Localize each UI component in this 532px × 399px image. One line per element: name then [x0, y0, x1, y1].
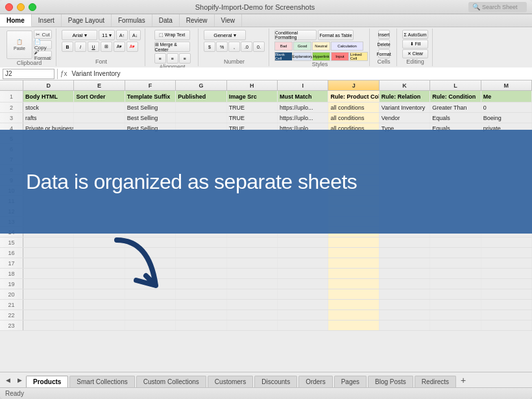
cell-r2-c1[interactable]	[74, 103, 125, 112]
cell-r3-c3[interactable]	[176, 113, 226, 123]
cell-r21-c1[interactable]	[74, 300, 125, 309]
font-size-increase[interactable]: A↑	[116, 30, 128, 40]
align-right[interactable]: ≡	[179, 53, 191, 64]
cell-r3-c1[interactable]	[74, 113, 125, 123]
font-family-dropdown[interactable]: Arial ▾	[62, 30, 97, 40]
cell-r20-c3[interactable]	[176, 289, 226, 299]
calculation-style[interactable]: Calculation	[331, 42, 363, 51]
cell-r20-c6[interactable]	[328, 289, 379, 299]
cell-r21-c9[interactable]	[481, 300, 532, 309]
cell-r22-c3[interactable]	[176, 310, 226, 320]
cell-r17-c7[interactable]	[380, 258, 430, 268]
cell-r16-c9[interactable]	[481, 248, 532, 258]
cell-r21-c2[interactable]	[125, 300, 176, 309]
sheet-tab-blog-posts[interactable]: Blog Posts	[368, 376, 413, 387]
col-header-j[interactable]: J	[328, 80, 379, 90]
linked-cell-style[interactable]: Linked Cell	[350, 52, 368, 61]
cell-r15-c4[interactable]	[227, 237, 278, 247]
cell-r15-c0[interactable]	[23, 237, 74, 247]
cell-r22-c4[interactable]	[227, 310, 278, 320]
cell-r2-c9[interactable]: 0	[481, 103, 532, 112]
cell-r2-c0[interactable]: stock	[23, 103, 74, 112]
cell-r19-c4[interactable]	[227, 279, 278, 289]
cell-r21-c0[interactable]	[23, 300, 74, 309]
conditional-format-button[interactable]: Conditional Formatting	[274, 30, 317, 40]
cell-r23-c2[interactable]	[125, 320, 176, 330]
cut-button[interactable]: ✂ Cut	[34, 30, 52, 39]
cell-r22-c5[interactable]	[278, 310, 328, 320]
sheet-tab-redirects[interactable]: Redirects	[415, 376, 456, 387]
blank-cell-style[interactable]: Blank Cell	[274, 52, 293, 61]
cell-r23-c3[interactable]	[176, 320, 226, 330]
cell-r15-c8[interactable]	[430, 237, 481, 247]
cell-r17-c6[interactable]	[328, 258, 379, 268]
tab-home[interactable]: Home	[0, 14, 32, 27]
cell-r15-c7[interactable]	[380, 237, 430, 247]
wrap-text-button[interactable]: ⬚ Wrap Text	[154, 30, 190, 40]
header-cell-rule-product[interactable]: Rule: Product Column	[328, 91, 379, 102]
neutral-style[interactable]: Neutral	[312, 42, 330, 51]
cell-r16-c0[interactable]	[23, 248, 74, 258]
tab-view[interactable]: View	[215, 14, 243, 27]
cell-r22-c1[interactable]	[74, 310, 125, 320]
cell-r17-c9[interactable]	[481, 258, 532, 268]
percent-button[interactable]: %	[216, 42, 228, 52]
fill-button[interactable]: ⬇ Fill	[402, 40, 428, 49]
maximize-button[interactable]	[29, 3, 36, 11]
header-cell-image-src[interactable]: Image Src	[227, 91, 278, 102]
hyperlink-style[interactable]: Hyperlink	[312, 52, 330, 61]
cell-r20-c8[interactable]	[430, 289, 481, 299]
border-button[interactable]: ⊞	[101, 42, 112, 52]
tab-formulas[interactable]: Formulas	[112, 14, 152, 27]
table-row[interactable]: 17	[0, 258, 532, 269]
cell-r19-c3[interactable]	[176, 279, 226, 289]
bad-style[interactable]: Bad	[274, 42, 293, 51]
col-header-d[interactable]: D	[23, 80, 74, 90]
minimize-button[interactable]	[17, 3, 25, 11]
col-header-e[interactable]: E	[74, 80, 125, 90]
cell-r18-c0[interactable]	[23, 269, 74, 278]
cell-r17-c0[interactable]	[23, 258, 74, 268]
cell-r21-c6[interactable]	[328, 300, 379, 309]
cell-r3-c6[interactable]: all conditions	[328, 113, 379, 123]
sheet-tab-discounts[interactable]: Discounts	[254, 376, 297, 387]
function-button[interactable]: ƒx	[60, 70, 67, 77]
cell-r15-c6[interactable]	[328, 237, 379, 247]
cell-r2-c4[interactable]: TRUE	[227, 103, 278, 112]
cell-r16-c3[interactable]	[176, 248, 226, 258]
input-style[interactable]: Input	[331, 52, 349, 61]
cell-r16-c8[interactable]	[430, 248, 481, 258]
cell-r19-c0[interactable]	[23, 279, 74, 289]
currency-button[interactable]: $	[204, 42, 215, 52]
cell-r3-c4[interactable]: TRUE	[227, 113, 278, 123]
italic-button[interactable]: I	[75, 42, 86, 52]
tab-page-layout[interactable]: Page Layout	[62, 14, 112, 27]
cell-r20-c5[interactable]	[278, 289, 328, 299]
cell-r3-c9[interactable]: Boeing	[481, 113, 532, 123]
cell-r22-c0[interactable]	[23, 310, 74, 320]
sheet-tab-products[interactable]: Products	[26, 376, 68, 387]
paste-button[interactable]: 📋 Paste	[6, 30, 32, 59]
tab-insert[interactable]: Insert	[32, 14, 62, 27]
cell-r21-c4[interactable]	[227, 300, 278, 309]
cell-r15-c9[interactable]	[481, 237, 532, 247]
cell-r16-c4[interactable]	[227, 248, 278, 258]
cell-r17-c4[interactable]	[227, 258, 278, 268]
decimal-decrease[interactable]: 0.	[253, 42, 265, 52]
cell-r2-c3[interactable]	[176, 103, 226, 112]
underline-button[interactable]: U	[88, 42, 99, 52]
tab-review[interactable]: Review	[180, 14, 215, 27]
cell-r22-c8[interactable]	[430, 310, 481, 320]
close-button[interactable]	[5, 3, 13, 11]
format-cells-button[interactable]: Format	[378, 49, 390, 58]
cell-r23-c8[interactable]	[430, 320, 481, 330]
cell-r20-c7[interactable]	[380, 289, 430, 299]
comma-button[interactable]: ,	[228, 42, 240, 52]
cell-r3-c2[interactable]: Best Selling	[125, 113, 176, 123]
cell-r19-c7[interactable]	[380, 279, 430, 289]
align-center[interactable]: ≡	[167, 53, 178, 64]
formula-content[interactable]: Variant Inventory	[70, 70, 529, 77]
cell-r17-c5[interactable]	[278, 258, 328, 268]
bold-button[interactable]: B	[62, 42, 73, 52]
cell-r21-c5[interactable]	[278, 300, 328, 309]
